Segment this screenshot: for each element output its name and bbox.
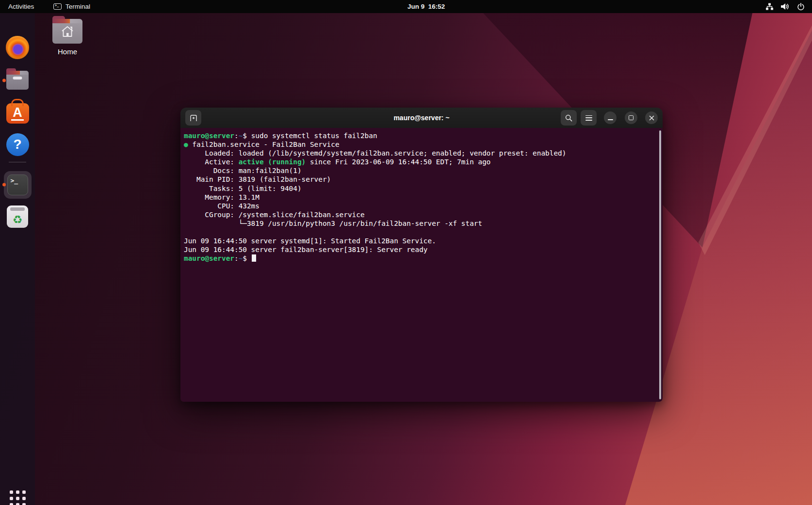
terminal-line: Loaded: loaded (/lib/systemd/system/fail… <box>184 149 566 158</box>
terminal-line: Memory: 13.1M <box>184 193 566 202</box>
home-icon-label: Home <box>49 47 85 56</box>
terminal-line: Jun 09 16:44:50 server systemd[1]: Start… <box>184 237 566 245</box>
terminal-line: Docs: man:fail2ban(1) <box>184 166 566 175</box>
terminal-line: Jun 09 16:44:50 server fail2ban-server[3… <box>184 245 566 254</box>
running-indicator <box>2 183 6 187</box>
terminal-titlebar[interactable]: mauro@server: ~ <box>180 108 663 128</box>
active-app-highlight <box>4 171 32 199</box>
terminal-line: Active: active (running) since Fri 2023-… <box>184 158 566 166</box>
new-tab-button[interactable] <box>185 110 201 126</box>
dock-item-firefox[interactable] <box>0 33 35 62</box>
terminal-line: CPU: 432ms <box>184 202 566 210</box>
trash-icon: ♻ <box>7 205 28 228</box>
terminal-line: mauro@server:~$ <box>184 254 566 263</box>
clock-menu[interactable]: Jun 9 16:52 <box>407 0 445 13</box>
maximize-icon <box>629 115 633 120</box>
dock-separator <box>9 162 26 162</box>
terminal-cursor <box>252 254 256 262</box>
terminal-line: Tasks: 5 (limit: 9404) <box>184 184 566 193</box>
show-applications-button[interactable] <box>0 484 35 505</box>
house-glyph <box>60 25 75 38</box>
dock-item-help[interactable]: ? <box>0 130 35 159</box>
power-icon <box>797 3 805 11</box>
terminal-scrollbar[interactable] <box>659 130 661 399</box>
terminal-icon <box>7 174 28 195</box>
app-menu-terminal[interactable]: Terminal <box>53 3 90 10</box>
minimize-button[interactable] <box>604 111 617 124</box>
maximize-button[interactable] <box>625 111 637 124</box>
dock-item-files[interactable] <box>0 66 35 95</box>
window-title: mauro@server: ~ <box>393 114 449 122</box>
system-status-area[interactable] <box>765 0 805 13</box>
home-folder-icon <box>52 19 82 44</box>
terminal-line: └─3819 /usr/bin/python3 /usr/bin/fail2ba… <box>184 219 566 228</box>
close-button[interactable] <box>645 111 658 124</box>
close-icon <box>649 115 654 121</box>
terminal-viewport[interactable]: mauro@server:~$ sudo systemctl status fa… <box>180 128 663 402</box>
terminal-line <box>184 228 566 237</box>
firefox-icon <box>6 36 29 59</box>
activities-button[interactable]: Activities <box>8 3 34 10</box>
running-indicator <box>2 79 6 82</box>
app-menu-label: Terminal <box>65 3 90 10</box>
network-icon <box>765 3 774 10</box>
dock: A ? ♻ <box>0 13 35 505</box>
dock-item-trash[interactable]: ♻ <box>0 202 35 231</box>
terminal-app-icon <box>53 3 62 10</box>
hamburger-icon <box>585 115 592 121</box>
window-menu-button[interactable] <box>581 110 597 126</box>
search-button[interactable] <box>561 110 577 126</box>
app-grid-icon <box>10 490 26 505</box>
dock-item-terminal[interactable] <box>0 170 35 200</box>
dock-item-ubuntu-software[interactable]: A <box>0 97 35 126</box>
terminal-line: mauro@server:~$ sudo systemctl status fa… <box>184 131 566 140</box>
volume-icon <box>781 3 790 10</box>
top-bar: Activities Terminal Jun 9 16:52 <box>0 0 812 13</box>
new-tab-icon <box>190 114 197 122</box>
ubuntu-software-icon: A <box>6 103 29 124</box>
terminal-line: CGroup: /system.slice/fail2ban.service <box>184 210 566 219</box>
terminal-window: mauro@server: ~ ma <box>180 108 663 402</box>
search-icon <box>565 114 572 122</box>
files-icon <box>6 71 29 90</box>
minimize-icon <box>608 119 613 120</box>
terminal-line: Main PID: 3819 (fail2ban-server) <box>184 175 566 184</box>
help-icon: ? <box>6 133 29 156</box>
terminal-line: ● fail2ban.service - Fail2Ban Service <box>184 140 566 149</box>
desktop-stage: Activities Terminal Jun 9 16:52 <box>0 0 812 505</box>
desktop-home-shortcut[interactable]: Home <box>49 19 85 56</box>
terminal-output: mauro@server:~$ sudo systemctl status fa… <box>184 131 566 263</box>
